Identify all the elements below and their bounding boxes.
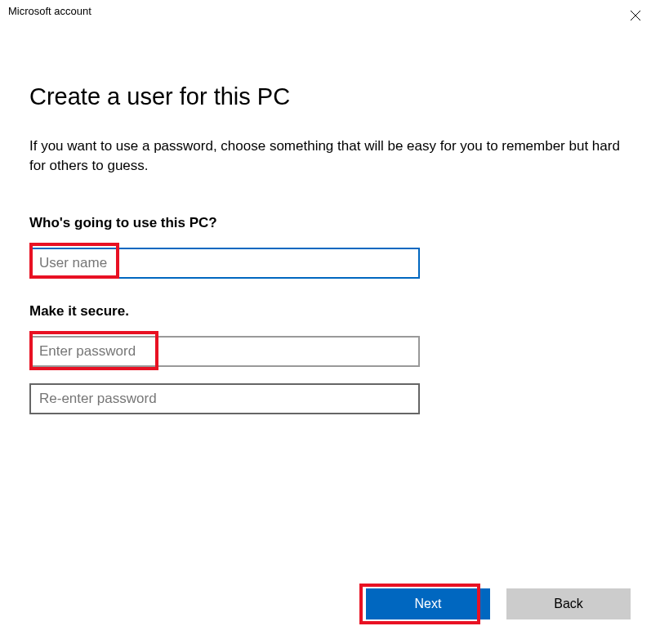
username-section: Who's going to use this PC? (29, 215, 631, 279)
close-icon (631, 9, 640, 24)
window-title: Microsoft account (8, 5, 91, 17)
confirm-password-field-wrap (29, 383, 631, 414)
close-button[interactable] (619, 5, 652, 28)
next-button-wrap: Next (366, 588, 490, 619)
confirm-password-input[interactable] (29, 383, 420, 414)
password-field-wrap (29, 336, 631, 367)
password-input[interactable] (29, 336, 420, 367)
content-area: Create a user for this PC If you want to… (0, 26, 660, 414)
page-heading: Create a user for this PC (29, 83, 631, 110)
page-description: If you want to use a password, choose so… (29, 136, 631, 176)
title-bar: Microsoft account (0, 0, 660, 26)
username-section-label: Who's going to use this PC? (29, 215, 631, 231)
username-input[interactable] (29, 248, 420, 279)
username-field-wrap (29, 248, 631, 279)
back-button[interactable]: Back (506, 588, 631, 619)
footer-buttons: Next Back (366, 588, 631, 619)
password-section: Make it secure. (29, 303, 631, 414)
next-button[interactable]: Next (366, 588, 490, 619)
password-section-label: Make it secure. (29, 303, 631, 320)
